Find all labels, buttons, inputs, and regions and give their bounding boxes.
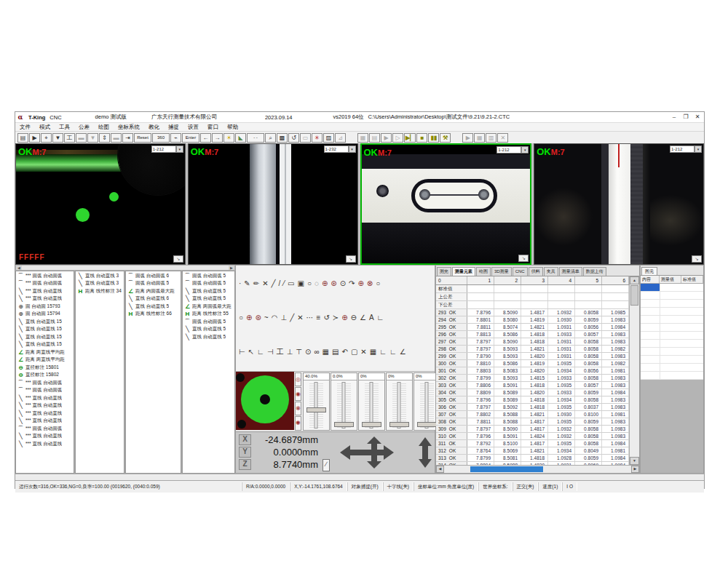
- measurement-row[interactable]: 311OK7.87928.51001.48171.09350.80581.098…: [436, 440, 630, 447]
- measure-tool-icon[interactable]: ≡: [317, 314, 321, 322]
- toolbar-button[interactable]: 工: [64, 133, 75, 143]
- feature-list-item[interactable]: ╲直线 自动直线 5: [126, 303, 181, 311]
- element-cell[interactable]: [641, 364, 660, 371]
- measure-tool-icon[interactable]: ▣: [297, 279, 304, 288]
- camera-scale-select[interactable]: 1-232: [324, 146, 349, 153]
- feature-list-item[interactable]: ╲直线 自动直线 6: [126, 295, 181, 303]
- element-row[interactable]: [641, 300, 703, 308]
- toolbar-button[interactable]: ▬: [76, 133, 87, 143]
- measure-tool-icon[interactable]: ▤: [332, 348, 339, 356]
- feature-list-item[interactable]: ∠距离 内圆弧最大距: [126, 287, 181, 295]
- menu-item[interactable]: 坐标系统: [114, 124, 144, 131]
- measurement-row[interactable]: 306OK7.87978.50921.48181.09350.80371.098…: [436, 404, 630, 411]
- slider-track[interactable]: [309, 382, 323, 428]
- measure-tool-icon[interactable]: ◠: [272, 314, 278, 322]
- feature-list-item[interactable]: ⌒圆弧 自动圆弧 6: [126, 272, 181, 280]
- toolbar-button[interactable]: →: [212, 133, 223, 143]
- row-label[interactable]: 295OK: [436, 324, 467, 330]
- results-tab[interactable]: 测量清单: [559, 267, 582, 276]
- row-label[interactable]: 310OK: [436, 433, 467, 439]
- feature-list-item[interactable]: ╲*** 直线 自动直线: [16, 418, 74, 426]
- slider-track[interactable]: [420, 382, 434, 428]
- measure-tool-icon[interactable]: ╱: [290, 314, 294, 322]
- slope-tool-button[interactable]: ∕: [323, 459, 330, 471]
- element-row[interactable]: [641, 324, 703, 332]
- toolbar-button[interactable]: ▭: [300, 133, 311, 143]
- measure-tool-icon[interactable]: 工: [277, 348, 284, 356]
- row-label[interactable]: 308OK: [436, 418, 467, 425]
- element-cell[interactable]: [641, 300, 660, 307]
- toolbar-button[interactable]: - -: [247, 133, 264, 143]
- toolbar-button[interactable]: ◣: [235, 133, 246, 143]
- measure-tool-icon[interactable]: ∟: [377, 314, 384, 322]
- light-channel-slider[interactable]: 0%: [358, 372, 385, 431]
- menu-item[interactable]: 公差: [74, 124, 94, 131]
- measure-tool-icon[interactable]: ✕: [360, 348, 366, 356]
- camera-scale-select[interactable]: 1-212: [151, 146, 176, 153]
- feature-list-item[interactable]: ╲直线 自动直线 5: [183, 287, 234, 295]
- results-tab[interactable]: 供料: [529, 267, 543, 276]
- measure-tool-icon[interactable]: ⊤: [296, 348, 302, 356]
- element-row[interactable]: [641, 364, 703, 372]
- jog-arrows[interactable]: [340, 436, 432, 469]
- measure-tool-icon[interactable]: ⊖: [351, 314, 357, 322]
- resize-handle-icon[interactable]: ↘: [692, 255, 702, 263]
- measurement-row[interactable]: 293OK7.87968.50901.48171.09320.80581.098…: [436, 309, 630, 316]
- measure-tool-icon[interactable]: ⊥: [280, 314, 287, 322]
- element-cell[interactable]: [641, 356, 660, 363]
- feature-list-item[interactable]: ╲直线 自动直线 5: [183, 295, 234, 303]
- feature-list-item[interactable]: ⊕圆 自动圆 15793: [16, 303, 74, 311]
- slider-thumb[interactable]: [306, 407, 326, 412]
- feature-list-item[interactable]: ⌒*** 圆弧 自动圆弧: [16, 280, 74, 288]
- results-tab[interactable]: 绘图: [476, 267, 491, 276]
- row-label[interactable]: 301OK: [436, 367, 467, 374]
- measure-tool-icon[interactable]: ∟: [389, 348, 397, 356]
- toolbar-button[interactable]: ☀: [223, 133, 234, 143]
- row-label[interactable]: 294OK: [436, 316, 467, 323]
- menu-item[interactable]: 帮助: [223, 124, 242, 131]
- measure-tool-icon[interactable]: ↶: [342, 348, 348, 356]
- toolbar-button[interactable]: ▦: [474, 133, 485, 143]
- scroll-up-icon[interactable]: ▲: [630, 276, 639, 284]
- camera-view-1[interactable]: OKM:7 1-212▾ FFFFF ↘: [15, 143, 186, 265]
- feature-list-item[interactable]: ⌒*** 圆弧 自动圆弧: [16, 425, 74, 433]
- feature-list-item[interactable]: ╲直线 自动直线 15: [16, 318, 74, 326]
- measure-tool-icon[interactable]: ⊛: [331, 279, 336, 288]
- feature-list-item[interactable]: ╲*** 直线 自动直线: [16, 394, 74, 402]
- toolbar-button[interactable]: ⌁: [170, 133, 181, 143]
- row-label[interactable]: 314OK: [436, 462, 467, 465]
- measure-tool-icon[interactable]: ▦: [370, 348, 376, 356]
- measure-tool-icon[interactable]: ✏: [253, 279, 259, 288]
- menu-item[interactable]: 绘图: [94, 124, 114, 131]
- camera-view-3-selected[interactable]: OKM:7 1-212▾ ↘: [360, 143, 532, 265]
- measure-tool-icon[interactable]: ◌: [314, 279, 319, 288]
- measurement-row[interactable]: 313OK7.87998.50811.48181.09280.80591.098…: [436, 455, 630, 462]
- slider-track[interactable]: [392, 382, 406, 428]
- scroll-left-icon[interactable]: ◀: [436, 466, 444, 473]
- toolbar-button[interactable]: Reset: [134, 133, 151, 143]
- measurement-row[interactable]: 294OK7.88018.50801.48191.09300.80591.098…: [436, 316, 630, 324]
- row-label[interactable]: 307OK: [436, 411, 467, 418]
- element-row[interactable]: [641, 356, 703, 364]
- measure-tool-icon[interactable]: ⊢: [239, 348, 245, 356]
- measurement-row[interactable]: 304OK7.88098.50891.48201.09330.80591.098…: [436, 389, 630, 396]
- measure-tool-icon[interactable]: ∞: [314, 348, 319, 356]
- toolbar-button[interactable]: ▨: [323, 133, 334, 143]
- feature-list-item[interactable]: ╲*** 直线 自动直线: [16, 440, 74, 448]
- ortho-toggle[interactable]: 正交(关): [513, 482, 539, 491]
- toolbar-button[interactable]: ⌖: [41, 133, 52, 143]
- element-row[interactable]: [641, 340, 703, 348]
- maximize-button[interactable]: ❐: [681, 113, 691, 121]
- element-tab[interactable]: 图元: [641, 267, 657, 275]
- minimize-button[interactable]: –: [669, 113, 679, 121]
- measurement-row[interactable]: 298OK7.87978.50931.48211.09310.80581.098…: [436, 346, 630, 353]
- feature-list-item[interactable]: H距离 线性标注 34: [76, 287, 124, 295]
- feature-list-item[interactable]: ∠距离 两直线平均距: [16, 356, 74, 364]
- element-cell[interactable]: [641, 372, 660, 379]
- camera-view-4[interactable]: OKM:7 1-212▾ ↘: [534, 143, 704, 265]
- slider-thumb[interactable]: [389, 422, 409, 427]
- chevron-down-icon[interactable]: ▾: [349, 146, 356, 153]
- lists-scrollbar[interactable]: ◀▶: [15, 265, 235, 271]
- measure-tool-icon[interactable]: ↖: [248, 348, 254, 356]
- feature-list-item[interactable]: ⌒圆弧 自动圆弧 5: [183, 280, 234, 288]
